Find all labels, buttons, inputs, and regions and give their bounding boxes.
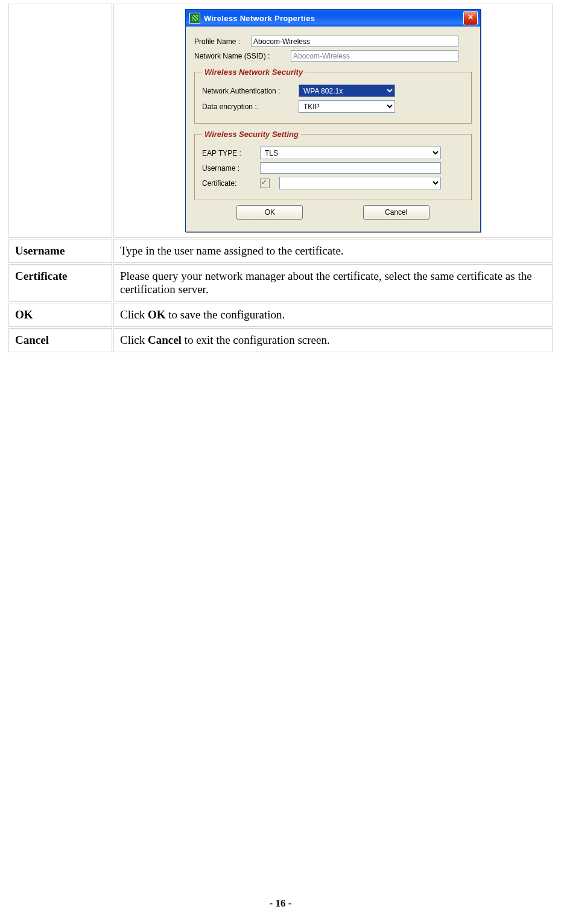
- certificate-checkbox[interactable]: [260, 179, 270, 188]
- dialog-titlebar: Wireless Network Properties ×: [186, 10, 480, 27]
- app-icon: [189, 13, 200, 24]
- profile-name-label: Profile Name :: [194, 37, 251, 46]
- table-row: Username Type in the user name assigned …: [8, 239, 553, 263]
- row-desc-cancel: Click Cancel to exit the configuration s…: [113, 328, 553, 352]
- dialog-body: Profile Name : Network Name (SSID) : Wir…: [186, 27, 480, 232]
- row-desc-certificate: Please query your network manager about …: [113, 264, 553, 302]
- row-key-ok: OK: [8, 303, 112, 327]
- dialog-title: Wireless Network Properties: [204, 14, 463, 23]
- certificate-select[interactable]: [279, 177, 441, 189]
- net-auth-select[interactable]: WPA 802.1x: [299, 84, 395, 97]
- security-setting-group: Wireless Security Setting EAP TYPE : TLS…: [194, 130, 472, 200]
- table-row: OK Click OK to save the configuration.: [8, 303, 553, 327]
- image-row-key: [8, 4, 112, 238]
- eap-type-label: EAP TYPE :: [202, 149, 260, 157]
- row-key-certificate: Certificate: [8, 264, 112, 302]
- table-row: Cancel Click Cancel to exit the configur…: [8, 328, 553, 352]
- network-security-group: Wireless Network Security Network Authen…: [194, 68, 472, 124]
- close-icon[interactable]: ×: [463, 11, 478, 25]
- image-row-cell: Wireless Network Properties × Profile Na…: [113, 4, 553, 238]
- network-security-legend: Wireless Network Security: [202, 68, 305, 77]
- wireless-properties-dialog: Wireless Network Properties × Profile Na…: [185, 9, 481, 232]
- security-setting-legend: Wireless Security Setting: [202, 130, 301, 139]
- net-auth-label: Network Authentication :: [202, 87, 299, 95]
- row-desc-ok: Click OK to save the configuration.: [113, 303, 553, 327]
- username-label: Username :: [202, 164, 260, 172]
- ok-button[interactable]: OK: [236, 205, 303, 220]
- data-enc-label: Data encryption :.: [202, 103, 299, 111]
- table-row: Certificate Please query your network ma…: [8, 264, 553, 302]
- row-key-username: Username: [8, 239, 112, 263]
- description-table: Wireless Network Properties × Profile Na…: [7, 2, 554, 353]
- profile-name-input[interactable]: [251, 36, 458, 47]
- ssid-input[interactable]: [291, 50, 458, 62]
- ssid-label: Network Name (SSID) :: [194, 52, 291, 60]
- data-enc-select[interactable]: TKIP: [299, 100, 395, 113]
- username-input[interactable]: [260, 162, 441, 174]
- cancel-button[interactable]: Cancel: [363, 205, 429, 220]
- certificate-label: Certificate:: [202, 179, 260, 188]
- eap-type-select[interactable]: TLS: [260, 147, 441, 159]
- row-desc-username: Type in the user name assigned to the ce…: [113, 239, 553, 263]
- row-key-cancel: Cancel: [8, 328, 112, 352]
- page-number: - 16 -: [0, 897, 561, 910]
